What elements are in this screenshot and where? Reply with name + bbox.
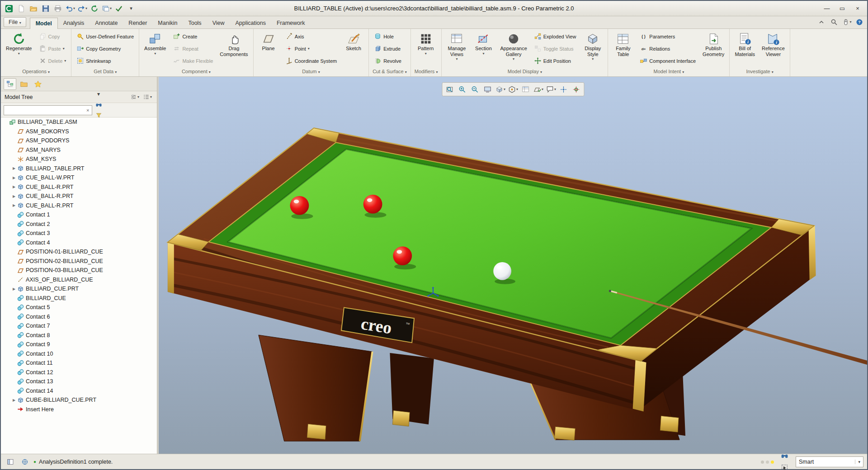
tab-model[interactable]: Model [30, 18, 58, 29]
tree-item-asm-podorys[interactable]: ASM_PODORYS [1, 136, 157, 146]
viewport-refit-button[interactable] [443, 84, 456, 95]
qat-undo-button[interactable]: ▾ [64, 3, 76, 14]
ribbon-button-create[interactable]: Create [170, 30, 216, 42]
tree-item-cue-ball-r-prt[interactable]: ▶CUE_BALL-R.PRT [1, 183, 157, 192]
ribbon-button-pattern[interactable]: Pattern▾ [413, 30, 439, 56]
viewport-zoom-in-button[interactable] [456, 84, 468, 95]
ribbon-button-copy-geometry[interactable]: Copy Geometry [74, 42, 137, 55]
viewport-saved-orientations-button[interactable]: ▾ [507, 84, 519, 95]
tab-manikin[interactable]: Manikin [152, 18, 183, 28]
tree-item-billiard-table-asm[interactable]: BILLIARD_TABLE.ASM [1, 118, 157, 127]
ribbon-button-component-interface[interactable]: Component Interface [637, 55, 698, 67]
selection-filter-dropdown[interactable]: Smart ▾ [796, 456, 863, 467]
find-button[interactable] [778, 450, 790, 462]
tree-item-contact-14[interactable]: Contact 14 [1, 386, 157, 396]
ribbon-button-parameters[interactable]: ( )Parameters [637, 30, 698, 42]
ribbon-button-sketch[interactable]: Sketch [341, 30, 366, 52]
tree-item-position-03-billiard-cue[interactable]: POSITION-03-BILLIARD_CUE [1, 266, 157, 275]
tab-render[interactable]: Render [123, 18, 152, 28]
ribbon-button-make-flexible[interactable]: Make Flexible [170, 55, 216, 67]
tab-analysis[interactable]: Analysis [58, 18, 90, 28]
tree-item-billiard-cue-prt[interactable]: ▶BILLIARD_CUE.PRT [1, 284, 157, 294]
ribbon-button-exploded-view[interactable]: Exploded View [531, 30, 579, 42]
tree-item-contact-6[interactable]: Contact 6 [1, 312, 157, 322]
ribbon-button-paste[interactable]: Paste▾ [36, 42, 69, 55]
tree-item-cue-ball-r-prt[interactable]: ▶CUE_BALL-R.PRT [1, 192, 157, 201]
nav-star-tab-button[interactable] [32, 78, 44, 90]
ribbon-button-extrude[interactable]: Extrude [371, 42, 404, 55]
ribbon-group-label-get-data[interactable]: Get Data ▾ [71, 68, 139, 76]
help-button[interactable]: ? [854, 17, 865, 28]
search-options-button[interactable]: ▾ [94, 89, 104, 99]
ribbon-group-label-cut-surface[interactable]: Cut & Surface ▾ [369, 68, 410, 76]
chevron-up-button[interactable] [816, 17, 827, 28]
restore-button[interactable]: ▭ [835, 3, 849, 14]
tree-item-axis-of-billiard-cue[interactable]: AXIS_OF_BILLIARD_CUE [1, 275, 157, 285]
ribbon-button-family-table[interactable]: FamilyTable [610, 30, 636, 57]
qat-redo-button[interactable]: ▾ [76, 3, 88, 14]
ribbon-button-regenerate[interactable]: Regenerate▾ [3, 30, 35, 56]
tree-item-asm-bokorys[interactable]: ASM_BOKORYS [1, 127, 157, 136]
ribbon-button-appearance-gallery[interactable]: AppearanceGallery▾ [497, 30, 529, 61]
ribbon-group-label-operations[interactable]: Operations ▾ [1, 68, 71, 76]
qat-regenerate-button[interactable] [89, 3, 100, 14]
ribbon-button-axis[interactable]: Axis [283, 30, 340, 42]
tree-item-contact-5[interactable]: Contact 5 [1, 303, 157, 312]
tree-item-position-02-billiard-cue[interactable]: POSITION-02-BILLIARD_CUE [1, 257, 157, 266]
navigator-toggle-button[interactable] [5, 456, 16, 468]
select-box-button[interactable] [778, 462, 790, 470]
ribbon-button-hole[interactable]: Hole [371, 30, 404, 42]
tab-annotate[interactable]: Annotate [90, 18, 123, 28]
tree-item-insert-here[interactable]: Insert Here [1, 405, 157, 414]
qat-new-file-button[interactable] [15, 3, 27, 14]
nav-folder-tab-button[interactable] [18, 78, 30, 90]
qat-toolbar-options-button[interactable]: ▾ [125, 3, 137, 14]
tree-item-billiard-table-prt[interactable]: ▶BILLIARD_TABLE.PRT [1, 164, 157, 174]
3d-scene[interactable]: creo ™ [159, 77, 867, 454]
tree-item-contact-9[interactable]: Contact 9 [1, 340, 157, 349]
expand-arrow-icon[interactable]: ▶ [11, 287, 17, 291]
tree-item-asm-ksys[interactable]: ASM_KSYS [1, 155, 157, 164]
ribbon-button-reference-viewer[interactable]: iReferenceViewer [759, 30, 788, 57]
ribbon-button-user-defined-feature[interactable]: User-Defined Feature [74, 30, 137, 42]
qat-verify-button[interactable] [113, 3, 125, 14]
ribbon-group-label-datum[interactable]: Datum ▾ [254, 68, 369, 76]
viewport-view-manager-button[interactable] [519, 84, 532, 95]
qat-open-file-button[interactable] [28, 3, 39, 14]
viewport-datum-display-button[interactable]: ▾ [532, 84, 544, 95]
expand-arrow-icon[interactable]: ▶ [11, 185, 17, 189]
tree-item-contact-13[interactable]: Contact 13 [1, 377, 157, 386]
viewport-dragger-button[interactable] [570, 84, 582, 95]
tree-item-contact-11[interactable]: Contact 11 [1, 358, 157, 368]
tab-framework[interactable]: Framework [271, 18, 311, 28]
viewport-spin-center-button[interactable] [557, 84, 570, 95]
viewport-zoom-out-button[interactable] [469, 84, 481, 95]
nav-tree-tab-button[interactable] [4, 78, 16, 90]
viewport-annotation-display-button[interactable]: ▾ [545, 84, 557, 95]
viewport-display-style-button[interactable]: ▾ [494, 84, 506, 95]
ribbon-button-delete[interactable]: Delete▾ [36, 55, 69, 67]
model-tree-search-input[interactable] [4, 106, 84, 115]
ribbon-button-manage-views[interactable]: ManageViews▾ [444, 30, 469, 61]
tree-item-contact-3[interactable]: Contact 3 [1, 229, 157, 238]
ribbon-button-toggle-status[interactable]: Toggle Status [531, 42, 579, 55]
ribbon-button-bill-of-materials[interactable]: iBill ofMaterials [732, 30, 758, 57]
browser-toggle-button[interactable] [19, 456, 31, 468]
tree-item-contact-10[interactable]: Contact 10 [1, 349, 157, 359]
qat-window-switch-button[interactable]: ▾ [101, 3, 113, 14]
ribbon-button-point[interactable]: Point▾ [283, 42, 340, 55]
tree-item-contact-1[interactable]: Contact 1 [1, 210, 157, 220]
search-clear-button[interactable]: × [84, 107, 92, 113]
ribbon-button-plane[interactable]: Plane [256, 30, 281, 52]
ribbon-button-publish-geometry[interactable]: PublishGeometry [700, 30, 727, 57]
ribbon-group-label-investigate[interactable]: Investigate ▾ [730, 68, 789, 76]
close-button[interactable]: × [851, 3, 864, 14]
viewport-repaint-button[interactable] [481, 84, 494, 95]
tree-filters-button[interactable]: ▾ [129, 93, 141, 101]
3d-viewport[interactable]: creo ™ [159, 77, 867, 454]
ribbon-button-drag-components[interactable]: DragComponents [217, 30, 250, 57]
ribbon-button-section[interactable]: Section▾ [471, 30, 496, 56]
qat-print-button[interactable] [52, 3, 64, 14]
tree-item-cue-ball-r-prt[interactable]: ▶CUE_BALL-R.PRT [1, 201, 157, 211]
tree-item-billiard-cue[interactable]: BILLIARD_CUE [1, 294, 157, 303]
